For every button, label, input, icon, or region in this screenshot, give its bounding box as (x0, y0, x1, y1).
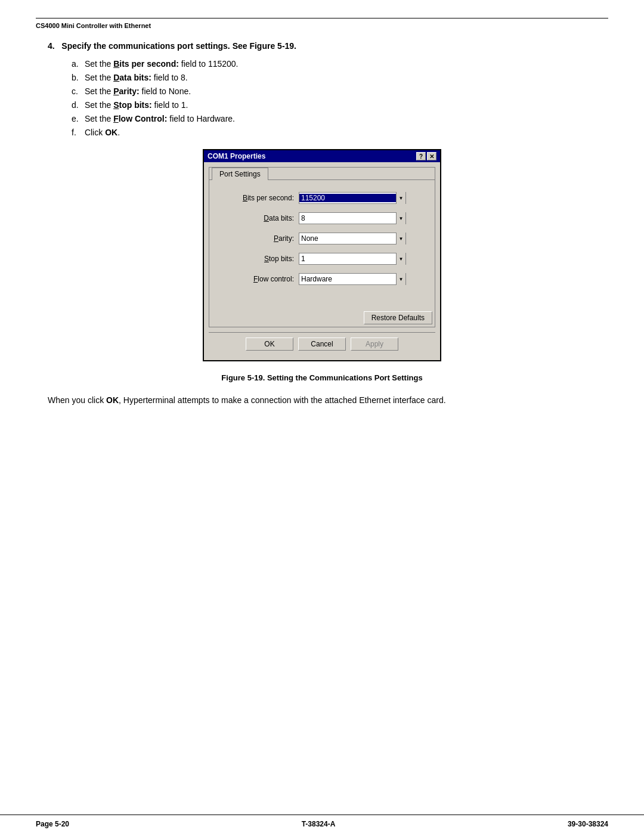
sub-steps: a. Set the Bits per second: field to 115… (72, 59, 596, 137)
parity-select[interactable]: None ▼ (299, 233, 406, 244)
parity-row: Parity: None ▼ (227, 233, 417, 244)
apply-button[interactable]: Apply (351, 337, 398, 351)
tab-content: Bits per second: 115200 ▼ (209, 180, 435, 305)
sub-step-a: a. Set the Bits per second: field to 115… (72, 59, 596, 69)
restore-btn-row: Restore Defaults (209, 311, 435, 327)
flow-control-select[interactable]: Hardware ▼ (299, 273, 406, 285)
dialog-titlebar: COM1 Properties ? ✕ (204, 150, 440, 162)
footer: Page 5-20 T-38324-A 39-30-38324 (0, 815, 644, 833)
sub-step-d: d. Set the Stop bits: field to 1. (72, 100, 596, 110)
dialog-footer: OK Cancel Apply (209, 332, 435, 355)
flow-control-arrow[interactable]: ▼ (396, 273, 405, 285)
sub-step-e: e. Set the Flow Control: field to Hardwa… (72, 114, 596, 123)
titlebar-buttons: ? ✕ (416, 152, 436, 160)
data-bits-label: Data bits: (227, 214, 299, 222)
ok-button[interactable]: OK (246, 337, 293, 351)
parity-value: None (299, 234, 396, 243)
stop-bits-select[interactable]: 1 ▼ (299, 253, 406, 265)
tab-header: Port Settings (209, 168, 435, 180)
header-title: CS4000 Mini Controller with Ethernet (36, 22, 608, 29)
data-bits-select[interactable]: 8 ▼ (299, 212, 406, 224)
bits-per-second-arrow[interactable]: ▼ (396, 192, 405, 204)
step-number: 4. (48, 41, 59, 51)
header-rule (36, 18, 608, 18)
parity-arrow[interactable]: ▼ (396, 233, 405, 244)
help-button[interactable]: ? (416, 152, 426, 160)
footer-right: 39-30-38324 (568, 820, 608, 828)
body-text-content: When you click OK, Hyperterminal attempt… (48, 395, 446, 405)
data-bits-value: 8 (299, 214, 396, 222)
cancel-button[interactable]: Cancel (298, 337, 346, 351)
com1-properties-dialog: COM1 Properties ? ✕ Port Settings (203, 149, 441, 361)
figure-caption-text: Figure 5-19. Setting the Communications … (221, 373, 422, 382)
stop-bits-value: 1 (299, 255, 396, 263)
parity-label: Parity: (227, 234, 299, 243)
stop-bits-row: Stop bits: 1 ▼ (227, 253, 417, 265)
tab-area: Port Settings Bits per second: (209, 167, 435, 327)
port-settings-tab[interactable]: Port Settings (212, 168, 268, 180)
flow-control-label: Flow control: (227, 275, 299, 283)
footer-left: Page 5-20 (36, 820, 69, 828)
flow-control-row: Flow control: Hardware ▼ (227, 273, 417, 285)
data-bits-arrow[interactable]: ▼ (396, 212, 405, 224)
stop-bits-arrow[interactable]: ▼ (396, 253, 405, 265)
tab-label: Port Settings (219, 170, 261, 178)
body-text: When you click OK, Hyperterminal attempt… (48, 394, 596, 407)
bits-per-second-row: Bits per second: 115200 ▼ (227, 192, 417, 204)
bits-per-second-label: Bits per second: (227, 194, 299, 202)
data-bits-row: Data bits: 8 ▼ (227, 212, 417, 224)
parity-control: None ▼ (299, 233, 406, 244)
restore-defaults-button[interactable]: Restore Defaults (364, 311, 432, 324)
main-content: 4. Specify the communications port setti… (36, 41, 608, 803)
sub-step-f: f. Click OK. (72, 128, 596, 137)
step-heading: 4. Specify the communications port setti… (48, 41, 596, 51)
dialog-title: COM1 Properties (208, 152, 265, 160)
step-text: Specify the communications port settings… (61, 41, 296, 51)
flow-control-value: Hardware (299, 275, 396, 283)
bits-per-second-control: 115200 ▼ (299, 192, 406, 204)
bits-per-second-value: 115200 (299, 194, 396, 202)
sub-step-b: b. Set the Data bits: field to 8. (72, 73, 596, 82)
data-bits-control: 8 ▼ (299, 212, 406, 224)
sub-step-c: c. Set the Parity: field to None. (72, 86, 596, 96)
figure-caption: Figure 5-19. Setting the Communications … (48, 373, 596, 382)
footer-center: T-38324-A (302, 820, 336, 828)
dialog-body: Port Settings Bits per second: (204, 162, 440, 360)
bits-per-second-select[interactable]: 115200 ▼ (299, 192, 406, 204)
stop-bits-control: 1 ▼ (299, 253, 406, 265)
close-button[interactable]: ✕ (427, 152, 436, 160)
dialog-wrapper: COM1 Properties ? ✕ Port Settings (48, 149, 596, 361)
stop-bits-label: Stop bits: (227, 255, 299, 263)
flow-control-control: Hardware ▼ (299, 273, 406, 285)
